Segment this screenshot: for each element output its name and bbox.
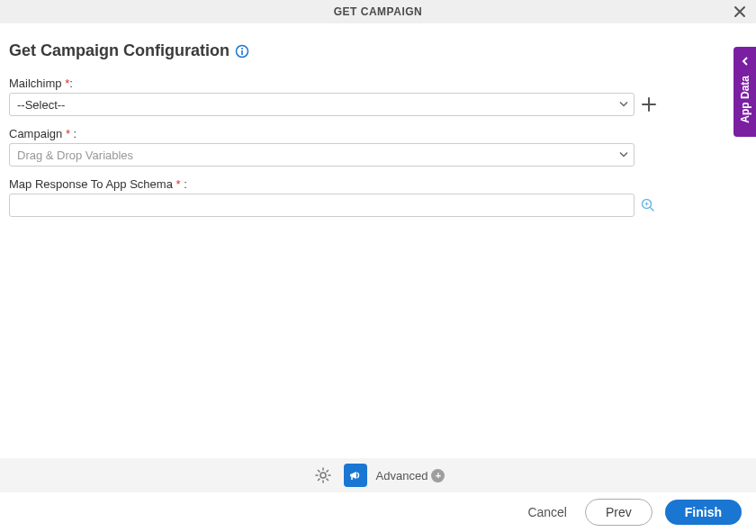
search-schema-button[interactable] <box>640 197 656 213</box>
campaign-select-placeholder: Drag & Drop Variables <box>17 149 133 162</box>
app-data-tab[interactable]: App Data <box>734 47 756 137</box>
label-colon: : <box>181 177 187 191</box>
mailchimp-select-value: --Select-- <box>17 98 65 112</box>
mailchimp-label-text: Mailchimp <box>9 77 65 90</box>
megaphone-button[interactable] <box>344 464 367 487</box>
advanced-toggle[interactable]: Advanced + <box>376 469 446 482</box>
map-response-label-text: Map Response To App Schema <box>9 177 176 191</box>
dialog-content: Get Campaign Configuration Mailchimp *: … <box>0 23 756 217</box>
info-icon[interactable] <box>235 44 249 59</box>
dialog-footer: Cancel Prev Finish <box>0 492 756 532</box>
chevron-left-icon <box>740 54 751 70</box>
close-icon[interactable] <box>733 5 747 19</box>
prev-button[interactable]: Prev <box>585 499 652 526</box>
finish-button[interactable]: Finish <box>665 500 742 525</box>
section-title-row: Get Campaign Configuration <box>9 41 747 60</box>
mailchimp-label: Mailchimp *: <box>9 77 747 90</box>
map-response-row <box>9 194 747 217</box>
toolbar: Advanced + <box>0 458 756 492</box>
label-colon: : <box>69 77 73 90</box>
plus-circle-icon: + <box>431 469 445 482</box>
dialog-title: GET CAMPAIGN <box>334 5 422 18</box>
app-data-label: App Data <box>739 76 752 123</box>
advanced-label: Advanced <box>376 469 428 482</box>
svg-rect-2 <box>241 50 243 55</box>
label-colon: : <box>70 127 76 140</box>
svg-point-4 <box>320 473 326 478</box>
cancel-button[interactable]: Cancel <box>522 500 572 525</box>
campaign-select[interactable]: Drag & Drop Variables <box>9 143 634 167</box>
campaign-row: Drag & Drop Variables <box>9 143 747 167</box>
section-title: Get Campaign Configuration <box>9 41 230 60</box>
map-response-label: Map Response To App Schema * : <box>9 177 747 191</box>
campaign-label: Campaign * : <box>9 127 747 140</box>
campaign-label-text: Campaign <box>9 127 66 140</box>
map-response-input[interactable] <box>9 194 634 217</box>
settings-button[interactable] <box>311 464 335 487</box>
add-connection-button[interactable] <box>640 95 658 113</box>
chevron-down-icon <box>619 98 628 112</box>
field-mailchimp: Mailchimp *: --Select-- <box>9 77 747 116</box>
mailchimp-row: --Select-- <box>9 93 747 116</box>
chevron-down-icon <box>619 149 628 162</box>
field-map-response: Map Response To App Schema * : <box>9 177 747 217</box>
svg-point-1 <box>241 48 243 50</box>
mailchimp-select[interactable]: --Select-- <box>9 93 634 116</box>
dialog-header: GET CAMPAIGN <box>0 0 756 23</box>
field-campaign: Campaign * : Drag & Drop Variables <box>9 127 747 167</box>
